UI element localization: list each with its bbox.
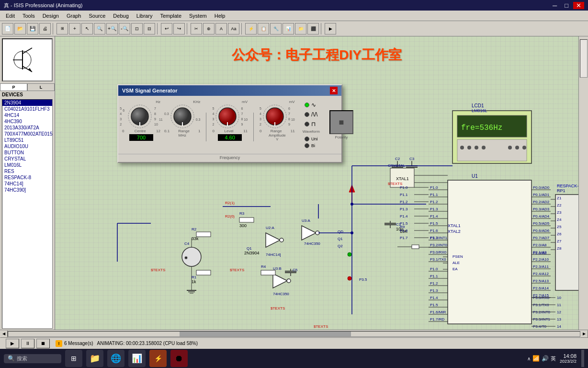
svg-text:P1.5: P1.5 — [400, 221, 408, 226]
svg-text:C3: C3 — [409, 157, 415, 161]
tb4[interactable]: 🔍 — [94, 23, 105, 34]
right-toolbar[interactable] — [580, 39, 588, 78]
menu-edit[interactable]: Edit — [2, 12, 19, 20]
svg-text:P2.0/A8: P2.0/A8 — [533, 251, 547, 255]
tb12[interactable]: ⊕ — [203, 23, 215, 34]
tb13[interactable]: A — [215, 23, 227, 34]
svg-text:74HC350: 74HC350 — [304, 242, 320, 246]
taskbar-browser-btn[interactable]: 🌐 — [107, 350, 124, 367]
taskbar-desktop-btn[interactable]: ⊞ — [65, 350, 82, 367]
menu-system[interactable]: System — [185, 12, 211, 20]
tb20[interactable]: ⬛ — [307, 23, 319, 34]
print-btn[interactable]: 🖨 — [39, 23, 51, 34]
tab-l[interactable]: L — [27, 83, 55, 91]
menu-source[interactable]: Source — [85, 12, 109, 20]
menu-debug[interactable]: Debug — [109, 12, 132, 20]
device-c04021[interactable]: C04021A9101FLHF3 — [2, 106, 52, 112]
save-btn[interactable]: 💾 — [27, 23, 38, 34]
warning-section: ! 6 Message(s) — [56, 340, 93, 347]
tb18[interactable]: 📊 — [283, 23, 294, 34]
undo-btn[interactable]: ↩ — [161, 23, 172, 34]
polarity-box[interactable]: ■ — [329, 110, 353, 134]
device-4hc390[interactable]: 4HC390 — [2, 118, 52, 125]
taskbar-media-btn[interactable]: ⏺ — [170, 350, 188, 367]
scroll-left-btn[interactable]: ◀ — [0, 330, 8, 338]
tb3[interactable]: ↖ — [81, 23, 93, 34]
h-scrollbar[interactable]: ◀ ▶ — [0, 330, 588, 337]
waveform-option-sine[interactable]: ∿ — [305, 102, 317, 108]
svg-text:13: 13 — [557, 317, 561, 322]
canvas-area[interactable]: 公众号：电子工程DIY工作室 fre=536Hz LCD1 LM0 — [55, 36, 578, 330]
clock-display[interactable]: 14:08 2023/2/2 — [560, 353, 577, 364]
menu-design[interactable]: Design — [39, 12, 63, 20]
zoom-fit-btn[interactable]: ⊡ — [131, 23, 143, 34]
show-desktop-btn[interactable] — [581, 350, 584, 367]
tb19[interactable]: 📁 — [295, 23, 306, 34]
waveform-option-triangle[interactable]: /\/\ — [305, 111, 317, 118]
minimize-button[interactable]: ─ — [550, 2, 560, 9]
bi-option[interactable]: Bi — [305, 143, 318, 148]
tb15[interactable]: ⚡ — [245, 23, 257, 34]
tb14[interactable]: Aa — [228, 23, 239, 34]
tray-expand-icon[interactable]: ∧ — [527, 356, 531, 361]
menu-help[interactable]: Help — [211, 12, 229, 20]
device-crystal[interactable]: CRYSTAL — [2, 156, 52, 162]
device-2013a[interactable]: 2013A330/AT2A — [2, 125, 52, 131]
taskbar-search[interactable]: 🔍 搜索 — [4, 354, 61, 363]
taskbar-isis-btn[interactable]: ⚡ — [149, 350, 167, 367]
tray-speaker-icon[interactable]: 🔊 — [542, 355, 549, 362]
tb8[interactable]: ⊟ — [144, 23, 155, 34]
close-button[interactable]: ✕ — [573, 2, 584, 9]
taskbar-excel-btn[interactable]: 📊 — [128, 350, 146, 367]
open-btn[interactable]: 📂 — [14, 23, 26, 34]
device-2n3904[interactable]: 2N3904 — [2, 100, 52, 106]
menu-template[interactable]: Template — [156, 12, 185, 20]
zoom-in-btn[interactable]: +🔍 — [106, 23, 118, 34]
window-controls[interactable]: ─ □ ✕ — [550, 2, 584, 9]
sim-play-btn[interactable]: ▶ — [6, 339, 19, 348]
svg-text:12: 12 — [557, 310, 561, 314]
device-lt89c51[interactable]: LT89C51 — [2, 137, 52, 143]
redo-btn[interactable]: ↪ — [173, 23, 185, 34]
tb16[interactable]: 📋 — [258, 23, 269, 34]
maximize-button[interactable]: □ — [562, 2, 571, 9]
vsm-title-bar[interactable]: VSM Signal Generator ✕ — [118, 85, 341, 96]
device-74hc14[interactable]: 74HC14] — [2, 181, 52, 187]
svg-rect-132 — [196, 270, 211, 275]
menu-graph[interactable]: Graph — [63, 12, 85, 20]
tb17[interactable]: 🔧 — [270, 23, 282, 34]
new-btn[interactable]: 📄 — [2, 23, 13, 34]
device-74hc390[interactable]: 74HC390] — [2, 187, 52, 193]
vsm-waveform-section: ∿ /\/\ ⊓ Waveform — [299, 100, 324, 150]
device-700x[interactable]: 700X477M002ATE015 — [2, 131, 52, 137]
svg-text:$TEXTS: $TEXTS — [314, 324, 328, 329]
tb21[interactable]: ▶ — [325, 23, 336, 34]
device-respack8[interactable]: RESPACK-8 — [2, 174, 52, 181]
device-res[interactable]: RES — [2, 168, 52, 174]
device-audio10u[interactable]: AUDIO10U — [2, 143, 52, 150]
h-scrollbar-thumb[interactable] — [180, 332, 351, 336]
tray-network-icon[interactable]: 📶 — [532, 355, 540, 362]
svg-text:P1.0: P1.0 — [400, 185, 408, 190]
waveform-label: Waveform — [303, 129, 320, 134]
vsm-close-button[interactable]: ✕ — [330, 87, 338, 94]
sim-stop-btn[interactable]: ⏹ — [36, 339, 50, 348]
sim-pause-btn[interactable]: ⏸ — [21, 339, 34, 348]
waveform-option-square[interactable]: ⊓ — [305, 121, 317, 127]
zoom-out-btn[interactable]: -🔍 — [119, 23, 130, 34]
h-scrollbar-track[interactable] — [8, 331, 580, 337]
device-4hc14[interactable]: 4HC14 — [2, 112, 52, 118]
menu-tools[interactable]: Tools — [19, 12, 39, 20]
device-lm016l[interactable]: LM016L — [2, 162, 52, 168]
tb1[interactable]: ⊞ — [57, 23, 68, 34]
device-button[interactable]: BUTTON — [2, 150, 52, 156]
tray-lang-icon[interactable]: 英 — [551, 355, 556, 362]
tab-p[interactable]: P — [0, 83, 27, 91]
tb11[interactable]: ✂ — [191, 23, 202, 34]
taskbar-files-btn[interactable]: 📁 — [86, 350, 103, 367]
device-list[interactable]: 2N3904 C04021A9101FLHF3 4HC14 4HC390 201… — [2, 99, 53, 329]
tb2[interactable]: + — [69, 23, 80, 34]
menu-library[interactable]: Library — [133, 12, 157, 20]
uni-option[interactable]: Uni — [305, 137, 318, 141]
scroll-right-btn[interactable]: ▶ — [580, 330, 588, 338]
